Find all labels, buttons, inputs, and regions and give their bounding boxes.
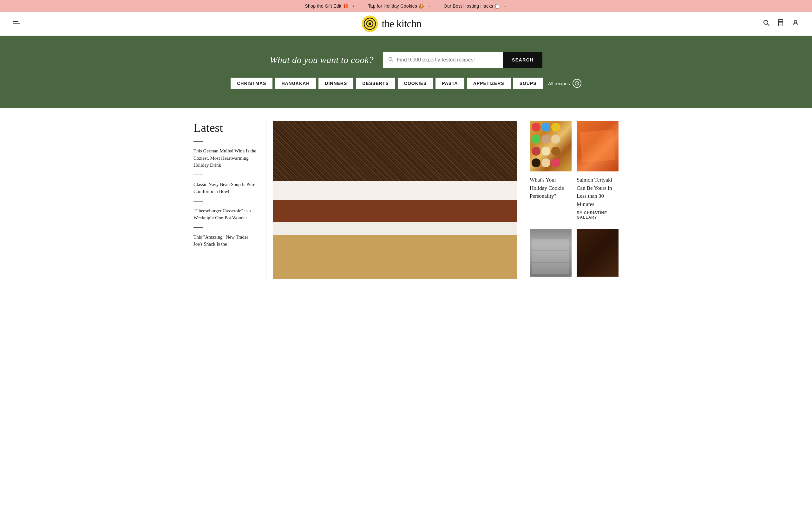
logo-icon	[361, 15, 378, 32]
salmon-card-byline: By CHRISTINE GALLARY	[577, 211, 618, 220]
site-header: the kitchn	[0, 12, 812, 36]
salmon-glaze	[579, 130, 616, 163]
cookie-card: What's Your Holiday Cookie Personality?	[530, 121, 571, 220]
pill-christmas[interactable]: CHRISTMAS	[231, 78, 272, 89]
brownie-card-image[interactable]	[577, 229, 618, 277]
dessert-chocolate-top	[273, 121, 517, 181]
cookie-card-image[interactable]	[530, 121, 571, 171]
header-left	[13, 21, 20, 26]
hamburger-line-1	[13, 21, 18, 22]
latest-item-title-1[interactable]: Classic Navy Bean Soup Is Pure Comfort i…	[194, 181, 257, 195]
header-right	[763, 19, 799, 29]
chocolate-shavings	[273, 121, 517, 181]
list-item: This German Mulled Wine Is the Coziest, …	[194, 147, 257, 169]
all-recipes-label: All recipes	[548, 81, 570, 86]
banner-item-gift[interactable]: Shop the Gift Edit 🎁 →	[305, 3, 355, 9]
svg-point-10	[575, 81, 579, 85]
fridge-shelf-1	[532, 239, 570, 250]
account-icon[interactable]	[792, 19, 799, 29]
banner-arrow-hosting: →	[502, 3, 507, 9]
salmon-card: Salmon Teriyaki Can Be Yours in Less tha…	[577, 121, 618, 220]
salmon-image-bg	[577, 121, 618, 171]
fridge-card-image[interactable]	[530, 229, 571, 277]
dessert-cream-layer-1	[273, 181, 517, 200]
svg-point-4	[764, 20, 768, 24]
hero-section: What do you want to cook? SEARCH CHRISTM…	[0, 36, 812, 108]
byline-prefix: By	[577, 211, 583, 215]
right-top-row: What's Your Holiday Cookie Personality? …	[530, 121, 618, 220]
latest-divider-2	[194, 201, 203, 202]
cookie-dot	[531, 135, 541, 144]
pill-dinners[interactable]: DINNERS	[318, 78, 353, 89]
logo-text: the kitchn	[382, 18, 421, 30]
cookie-dot	[551, 147, 560, 156]
all-recipes-arrow-circle	[572, 79, 581, 88]
search-input-area	[383, 52, 503, 68]
banner-arrow-cookies: →	[426, 3, 431, 9]
latest-section-title: Latest	[194, 121, 257, 135]
cookie-card-title[interactable]: What's Your Holiday Cookie Personality?	[530, 176, 571, 200]
svg-point-7	[794, 20, 797, 23]
search-input-icon	[388, 56, 394, 64]
right-bottom-row	[530, 229, 618, 277]
cookie-dot	[551, 123, 560, 131]
svg-line-5	[768, 24, 769, 26]
cookie-dot	[542, 123, 550, 131]
cookie-dot	[542, 158, 550, 167]
cookie-dot	[531, 147, 541, 156]
brownie-card	[577, 229, 618, 277]
cookie-dot	[551, 158, 560, 167]
pill-hanukkah[interactable]: HANUKKAH	[275, 78, 316, 89]
salmon-card-title[interactable]: Salmon Teriyaki Can Be Yours in Less tha…	[577, 176, 618, 208]
banner-arrow-gift: →	[350, 3, 355, 9]
pill-cookies[interactable]: COOKIES	[398, 78, 433, 89]
cookie-image-bg	[530, 121, 571, 171]
dessert-cream-layer-2	[273, 222, 517, 235]
latest-divider	[194, 141, 203, 142]
right-column: What's Your Holiday Cookie Personality? …	[523, 121, 618, 279]
list-item: This "Amazing" New Trader Joe's Snack Is…	[194, 233, 257, 248]
search-button[interactable]: SEARCH	[503, 52, 542, 68]
hamburger-menu-button[interactable]	[13, 21, 20, 26]
banner-item-hosting[interactable]: Our Best Hosting Hacks 📋 →	[444, 3, 507, 9]
latest-divider-3	[194, 227, 203, 228]
pill-soups[interactable]: SOUPS	[513, 78, 543, 89]
cookie-dot	[542, 147, 550, 156]
fridge-shelf-2	[532, 251, 570, 262]
fridge-card	[530, 229, 571, 277]
all-recipes-link[interactable]: All recipes	[548, 79, 581, 88]
center-feature	[266, 121, 523, 279]
latest-item-title-2[interactable]: "Cheeseburger Casserole" is a Weeknight …	[194, 207, 257, 222]
hamburger-line-2	[13, 23, 20, 24]
fridge-shelves	[532, 239, 570, 274]
latest-sidebar: Latest This German Mulled Wine Is the Co…	[194, 121, 266, 279]
cookie-dot	[531, 123, 541, 131]
search-icon[interactable]	[763, 19, 770, 29]
pill-pasta[interactable]: PASTA	[436, 78, 464, 89]
dessert-chocolate-layer	[273, 200, 517, 222]
svg-point-8	[389, 57, 392, 60]
hero-title: What do you want to cook?	[270, 55, 373, 65]
main-content: Latest This German Mulled Wine Is the Co…	[184, 108, 628, 292]
feature-image[interactable]	[273, 121, 517, 279]
banner-item-cookies[interactable]: Tap for Holiday Cookies 🍪 →	[368, 3, 431, 9]
cookie-dot	[531, 158, 541, 167]
list-item: "Cheeseburger Casserole" is a Weeknight …	[194, 207, 257, 222]
latest-item-title-3[interactable]: This "Amazing" New Trader Joe's Snack Is…	[194, 233, 257, 248]
latest-divider-1	[194, 175, 203, 175]
search-input[interactable]	[397, 57, 498, 63]
hero-search-row: What do you want to cook? SEARCH	[270, 52, 542, 68]
pill-desserts[interactable]: DESSERTS	[356, 78, 395, 89]
salmon-card-image[interactable]	[577, 121, 618, 171]
pill-appetizers[interactable]: APPETIZERS	[467, 78, 511, 89]
fridge-image-bg	[530, 229, 571, 277]
svg-point-3	[368, 22, 371, 25]
hamburger-line-3	[13, 26, 20, 26]
cookie-dot	[551, 135, 560, 144]
latest-item-title-0[interactable]: This German Mulled Wine Is the Coziest, …	[194, 147, 257, 169]
site-logo[interactable]: the kitchn	[361, 15, 421, 32]
category-pills: CHRISTMAS HANUKKAH DINNERS DESSERTS COOK…	[231, 78, 581, 89]
bookmark-icon[interactable]	[777, 19, 785, 29]
list-item: Classic Navy Bean Soup Is Pure Comfort i…	[194, 181, 257, 195]
top-banner: Shop the Gift Edit 🎁 → Tap for Holiday C…	[0, 0, 812, 12]
